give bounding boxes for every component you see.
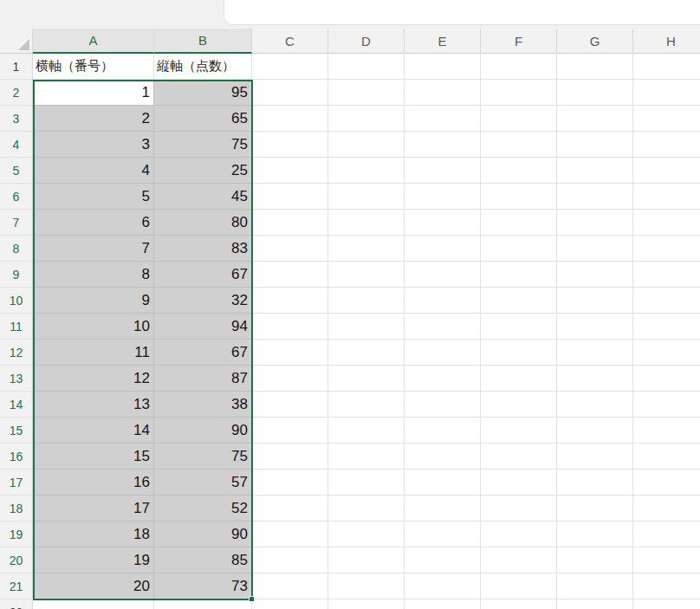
cell-B8[interactable]: 83 [154,236,252,262]
cell-E8[interactable] [405,236,481,262]
cell-E10[interactable] [405,288,481,314]
cell-A6[interactable]: 5 [33,184,154,210]
cell-G13[interactable] [557,366,633,392]
row-header-18[interactable]: 18 [0,496,33,522]
cell-F12[interactable] [481,340,557,366]
cell-D10[interactable] [328,288,405,314]
cell-C10[interactable] [252,288,328,314]
column-header-F[interactable]: F [481,29,557,54]
cell-A3[interactable]: 2 [33,106,154,132]
cell-G21[interactable] [557,573,633,599]
cell-H2[interactable] [633,80,700,106]
cell-G14[interactable] [557,392,633,418]
cell-E7[interactable] [405,210,481,236]
row-header-4[interactable]: 4 [0,132,33,158]
cell-B9[interactable]: 67 [154,262,252,288]
cell-B16[interactable]: 75 [154,444,252,470]
cell-D1[interactable] [328,54,405,80]
column-header-C[interactable]: C [252,29,328,54]
row-header-10[interactable]: 10 [0,288,33,314]
cell-C1[interactable] [252,54,328,80]
cell-D6[interactable] [328,184,405,210]
cell-H9[interactable] [633,262,700,288]
cell-G18[interactable] [557,496,633,522]
fill-handle[interactable] [249,596,255,602]
row-header-20[interactable]: 20 [0,547,33,573]
cell-F18[interactable] [481,496,557,522]
cell-E13[interactable] [405,366,481,392]
cell-B11[interactable]: 94 [154,314,252,340]
cell-G3[interactable] [557,106,633,132]
cell-C22[interactable] [252,599,328,609]
cell-C7[interactable] [252,210,328,236]
select-all-button[interactable] [0,29,33,54]
row-header-1[interactable]: 1 [0,54,33,80]
cell-E6[interactable] [405,184,481,210]
cell-C3[interactable] [252,106,328,132]
row-header-12[interactable]: 12 [0,340,33,366]
cell-A12[interactable]: 11 [33,340,154,366]
cell-B10[interactable]: 32 [154,288,252,314]
cell-G7[interactable] [557,210,633,236]
row-header-6[interactable]: 6 [0,184,33,210]
cell-H5[interactable] [633,158,700,184]
cell-H3[interactable] [633,106,700,132]
cell-C8[interactable] [252,236,328,262]
cell-E22[interactable] [405,599,481,609]
cell-D13[interactable] [328,366,405,392]
cell-B20[interactable]: 85 [154,547,252,573]
cell-H21[interactable] [633,573,700,599]
cell-F5[interactable] [481,158,557,184]
cell-C4[interactable] [252,132,328,158]
cell-D22[interactable] [328,599,405,609]
cell-D2[interactable] [328,80,405,106]
cell-B6[interactable]: 45 [154,184,252,210]
cell-E1[interactable] [405,54,481,80]
cell-G1[interactable] [557,54,633,80]
cell-D7[interactable] [328,210,405,236]
cell-C15[interactable] [252,418,328,444]
cell-A18[interactable]: 17 [33,496,154,522]
cell-C21[interactable] [252,573,328,599]
row-header-17[interactable]: 17 [0,470,33,496]
cell-A2[interactable]: 1 [33,80,154,106]
cell-H8[interactable] [633,236,700,262]
cell-G2[interactable] [557,80,633,106]
cell-A1[interactable]: 横軸（番号） [33,54,154,80]
cell-F2[interactable] [481,80,557,106]
cell-A5[interactable]: 4 [33,158,154,184]
cell-F1[interactable] [481,54,557,80]
cell-D4[interactable] [328,132,405,158]
cell-C5[interactable] [252,158,328,184]
cell-G15[interactable] [557,418,633,444]
cell-G6[interactable] [557,184,633,210]
row-header-5[interactable]: 5 [0,158,33,184]
cell-C12[interactable] [252,340,328,366]
cell-E9[interactable] [405,262,481,288]
cell-B21[interactable]: 73 [154,573,252,599]
cell-B19[interactable]: 90 [154,522,252,547]
row-header-14[interactable]: 14 [0,392,33,418]
cell-H20[interactable] [633,547,700,573]
cell-E3[interactable] [405,106,481,132]
cell-H6[interactable] [633,184,700,210]
row-header-15[interactable]: 15 [0,418,33,444]
cell-F10[interactable] [481,288,557,314]
cell-H15[interactable] [633,418,700,444]
cell-A9[interactable]: 8 [33,262,154,288]
cell-A15[interactable]: 14 [33,418,154,444]
cell-D11[interactable] [328,314,405,340]
cell-C17[interactable] [252,470,328,496]
cell-F22[interactable] [481,599,557,609]
cell-B18[interactable]: 52 [154,496,252,522]
cell-G19[interactable] [557,522,633,547]
cell-D14[interactable] [328,392,405,418]
cell-C16[interactable] [252,444,328,470]
cell-E5[interactable] [405,158,481,184]
cell-D17[interactable] [328,470,405,496]
row-header-16[interactable]: 16 [0,444,33,470]
cell-G20[interactable] [557,547,633,573]
column-header-D[interactable]: D [328,29,405,54]
cell-D20[interactable] [328,547,405,573]
cell-A20[interactable]: 19 [33,547,154,573]
